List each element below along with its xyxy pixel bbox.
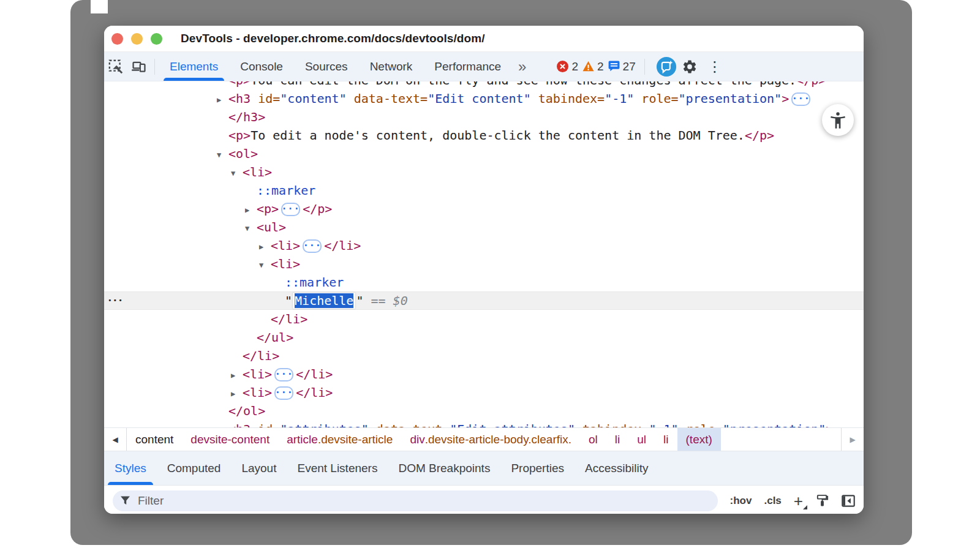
- ellipsis-button[interactable]: ···: [303, 239, 322, 253]
- ellipsis-button[interactable]: ···: [274, 368, 293, 381]
- filter-pill[interactable]: [113, 490, 718, 511]
- tab-styles[interactable]: Styles: [104, 451, 157, 485]
- disclosure-arrow[interactable]: ▶: [231, 366, 243, 385]
- breadcrumb-item[interactable]: article.devsite-article: [278, 428, 401, 451]
- disclosure-arrow[interactable]: ▶: [259, 238, 271, 256]
- dom-tree-row[interactable]: <p>To edit a node's content, double-clic…: [104, 126, 864, 145]
- dom-tree-row[interactable]: </ul>: [104, 328, 864, 347]
- dom-token-attr: id=: [251, 91, 280, 106]
- inspect-element-icon[interactable]: [105, 56, 126, 77]
- messages-badge[interactable]: 27: [608, 60, 636, 73]
- dom-token-tag: <p>: [257, 201, 279, 216]
- ellipsis-button[interactable]: ···: [274, 386, 293, 400]
- dom-tree-row[interactable]: ▼<ol>: [104, 145, 864, 163]
- tab-network[interactable]: Network: [359, 52, 424, 81]
- breadcrumb-scroll-left[interactable]: ◀: [104, 428, 127, 451]
- dom-tree-row[interactable]: <p>You can edit the DOM on the fly and s…: [104, 81, 864, 89]
- dom-token-tag: >: [826, 422, 833, 427]
- dom-token-txt: To edit a node's content, double-click t…: [251, 128, 745, 143]
- traffic-lights: [111, 33, 162, 45]
- dom-tree-row[interactable]: ▶<li>···</li>: [104, 236, 864, 255]
- three-dot-menu-icon[interactable]: ⋮: [701, 58, 728, 75]
- tab-sources[interactable]: Sources: [294, 52, 359, 81]
- paint-brush-icon[interactable]: [815, 494, 829, 508]
- more-tabs-button[interactable]: »: [512, 59, 532, 74]
- gear-icon[interactable]: [679, 56, 700, 77]
- breadcrumb-item[interactable]: ol: [580, 428, 606, 451]
- tab-console[interactable]: Console: [229, 52, 294, 81]
- dom-tree-row[interactable]: ▼<li>: [104, 255, 864, 273]
- accessibility-fab[interactable]: [822, 104, 854, 136]
- breadcrumb-item[interactable]: div.devsite-article-body.clearfix.: [401, 428, 580, 451]
- toggle-classes-button[interactable]: .cls: [764, 495, 781, 507]
- panel-toggle-icon[interactable]: [842, 495, 855, 507]
- tab-properties[interactable]: Properties: [500, 451, 575, 485]
- devtools-toolbar: ElementsConsoleSourcesNetworkPerformance…: [104, 52, 864, 81]
- tab-elements[interactable]: Elements: [159, 52, 229, 81]
- errors-badge[interactable]: 2: [557, 60, 578, 73]
- tab-layout[interactable]: Layout: [231, 451, 287, 485]
- disclosure-arrow[interactable]: ▼: [231, 164, 243, 182]
- tab-event-listeners[interactable]: Event Listeners: [287, 451, 388, 485]
- tab-computed[interactable]: Computed: [157, 451, 232, 485]
- dom-tree-row[interactable]: ::marker: [104, 181, 864, 200]
- dom-tree-row[interactable]: </li>: [104, 347, 864, 365]
- disclosure-arrow[interactable]: ▼: [217, 146, 228, 164]
- dom-token-tag: <ul>: [257, 220, 286, 235]
- dom-tree-row[interactable]: </ol>: [104, 402, 864, 420]
- tab-accessibility[interactable]: Accessibility: [575, 451, 658, 485]
- issue-badges: 2 2 27: [557, 60, 635, 73]
- window-title: DevTools - developer.chrome.com/docs/dev…: [181, 32, 485, 45]
- tab-performance[interactable]: Performance: [423, 52, 512, 81]
- ellipsis-button[interactable]: ···: [791, 92, 810, 106]
- breadcrumb-item[interactable]: devsite-content: [182, 428, 278, 451]
- breadcrumb-item[interactable]: li: [606, 428, 628, 451]
- dom-token-attr: tabindex=: [531, 91, 605, 106]
- inline-edit-box[interactable]: Michelle: [293, 293, 355, 309]
- dom-tree-row[interactable]: ::marker: [104, 273, 864, 291]
- dom-tree-row[interactable]: •••"Michelle" == $0: [104, 291, 864, 310]
- zoom-button[interactable]: [151, 33, 162, 45]
- breadcrumb-scroll-right[interactable]: ▶: [841, 428, 864, 451]
- dom-token-attr: role=: [634, 91, 678, 106]
- disclosure-arrow[interactable]: ▶: [217, 91, 228, 109]
- dom-token-eq: ==: [363, 293, 393, 308]
- filter-input[interactable]: [137, 494, 710, 508]
- dom-token-attr: data-text=: [369, 422, 450, 427]
- dom-tree-row[interactable]: ▶<h3 id="content" data-text="Edit conten…: [104, 89, 864, 108]
- dom-token-pseudo: ::marker: [257, 183, 315, 198]
- dom-tree-row[interactable]: ▶<li>···</li>: [104, 365, 864, 383]
- dom-token-val: "presentation": [723, 422, 826, 427]
- minimize-button[interactable]: [131, 33, 143, 45]
- ellipsis-button[interactable]: ···: [281, 203, 300, 216]
- breadcrumb-item[interactable]: (text): [677, 428, 721, 451]
- disclosure-arrow[interactable]: ▶: [245, 201, 257, 219]
- dom-tree-row[interactable]: ▶<li>···</li>: [104, 383, 864, 402]
- toggle-hover-state-button[interactable]: :hov: [730, 495, 752, 507]
- disclosure-arrow[interactable]: ▼: [245, 219, 257, 238]
- dom-token-tag: >: [782, 91, 789, 106]
- dom-tree-row[interactable]: ▶<p>···</p>: [104, 200, 864, 218]
- breadcrumb-item[interactable]: li: [655, 428, 677, 451]
- disclosure-arrow[interactable]: ▶: [217, 421, 228, 427]
- dom-tree-row[interactable]: ▼<ul>: [104, 218, 864, 236]
- tab-dom-breakpoints[interactable]: DOM Breakpoints: [388, 451, 500, 485]
- new-style-rule-button[interactable]: +: [794, 493, 803, 509]
- styles-filter-bar: :hov .cls +: [104, 485, 864, 514]
- dom-tree-row[interactable]: ▶<h3 id="attributes" data-text="Edit att…: [104, 420, 864, 427]
- dom-token-val: "content": [280, 91, 346, 106]
- disclosure-arrow[interactable]: ▼: [259, 256, 271, 274]
- breadcrumb-item[interactable]: content: [127, 428, 182, 451]
- close-button[interactable]: [111, 33, 123, 45]
- dom-tree-row[interactable]: </li>: [104, 310, 864, 328]
- ai-assistance-icon[interactable]: [656, 56, 677, 77]
- breadcrumb-item[interactable]: ul: [628, 428, 655, 451]
- disclosure-arrow[interactable]: ▶: [231, 385, 243, 403]
- dom-token-tag: <li>: [271, 257, 300, 271]
- row-actions-dots[interactable]: •••: [108, 291, 124, 310]
- dom-tree-row[interactable]: ▼<li>: [104, 163, 864, 181]
- device-toolbar-icon[interactable]: [129, 56, 149, 77]
- warnings-badge[interactable]: 2: [582, 60, 604, 73]
- dom-tree-row[interactable]: </h3>: [104, 108, 864, 126]
- selected-text: Michelle: [295, 293, 353, 308]
